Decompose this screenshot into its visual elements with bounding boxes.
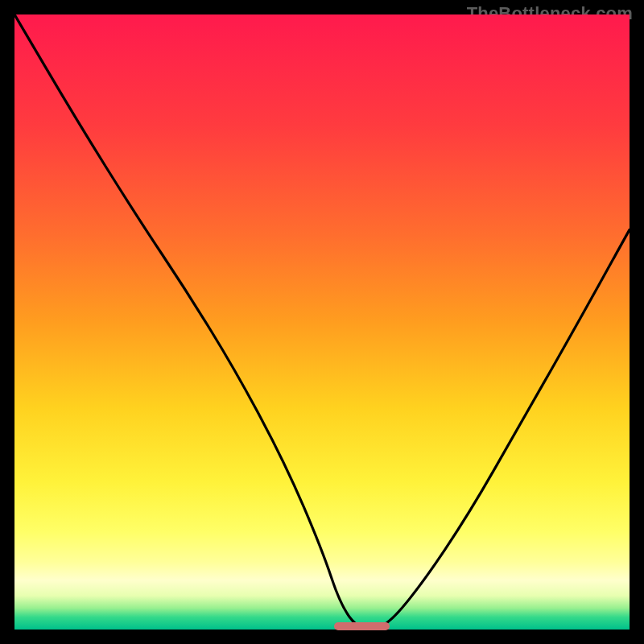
- bottleneck-curve: [14, 14, 630, 630]
- optimal-range-bar: [334, 622, 390, 630]
- chart-frame: TheBottleneck.com: [0, 0, 644, 644]
- plot-area: [14, 14, 630, 630]
